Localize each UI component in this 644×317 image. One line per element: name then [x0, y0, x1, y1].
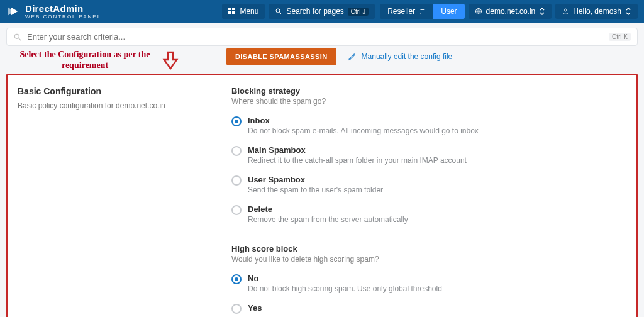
pencil-icon: [348, 52, 357, 61]
radio-icon[interactable]: [231, 274, 242, 284]
search-pages-shortcut: Ctrl J: [348, 8, 369, 16]
user-hello-label: Hello, demosh: [573, 7, 621, 16]
chevron-updown-icon: [625, 8, 631, 15]
highscore-title: High score block: [231, 244, 626, 253]
radio-desc: Remove the spam from the server automati…: [248, 215, 408, 224]
brand-title: DirectAdmin: [25, 4, 101, 13]
menu-label: Menu: [240, 7, 258, 16]
radio-label: Delete: [248, 204, 408, 214]
radio-label: Inbox: [248, 116, 479, 125]
svg-point-8: [14, 34, 19, 38]
highscore-subtitle: Would you like to delete high scoring sp…: [231, 255, 626, 264]
radio-label: Yes: [248, 303, 262, 313]
radio-label: Main Spambox: [248, 145, 467, 155]
search-pages-button[interactable]: Search for pages Ctrl J: [269, 4, 375, 19]
blocking-option[interactable]: User SpamboxSend the spam to the user's …: [231, 171, 626, 201]
chevron-updown-icon: [539, 8, 545, 15]
svg-point-4: [276, 9, 280, 13]
highscore-group: High score block Would you like to delet…: [231, 244, 626, 317]
svg-line-5: [280, 13, 282, 14]
edit-config-link[interactable]: Manually edit the config file: [348, 52, 453, 61]
search-input[interactable]: [27, 32, 631, 42]
radio-label: User Spambox: [248, 175, 383, 184]
search-icon: [275, 8, 282, 15]
edit-config-label: Manually edit the config file: [362, 52, 453, 61]
basic-config-title: Basic Configuration: [18, 86, 211, 96]
topbar: DirectAdmin web control panel Menu Searc…: [0, 0, 644, 23]
blocking-option[interactable]: InboxDo not block spam e-mails. All inco…: [231, 112, 626, 142]
basic-config-subtitle: Basic policy configuration for demo.net.…: [18, 101, 211, 110]
role-reseller-label: Reseller: [387, 7, 415, 16]
brand[interactable]: DirectAdmin web control panel: [6, 4, 101, 19]
search-shortcut: Ctrl K: [609, 33, 631, 41]
radio-desc: Send the spam to the user's spam folder: [248, 186, 383, 194]
search-pages-label: Search for pages: [286, 7, 343, 16]
role-toggle: Reseller User: [380, 4, 464, 19]
radio-desc: Do not block spam e-mails. All incoming …: [248, 126, 479, 135]
svg-point-7: [564, 9, 567, 11]
arrow-down-icon: [162, 51, 179, 70]
radio-desc: Do not block high scoring spam. Use only…: [248, 284, 442, 293]
radio-desc: Redirect it to the catch-all spam folder…: [248, 156, 467, 165]
highscore-option[interactable]: Yes: [231, 299, 626, 317]
swap-icon: [418, 8, 426, 15]
radio-icon[interactable]: [231, 205, 242, 215]
blocking-subtitle: Where should the spam go?: [231, 97, 626, 106]
globe-icon: [475, 8, 482, 15]
svg-rect-0: [228, 8, 231, 10]
radio-icon[interactable]: [231, 175, 242, 186]
svg-rect-1: [232, 8, 235, 10]
brand-subtitle: web control panel: [25, 14, 101, 19]
search-icon: [13, 33, 22, 42]
role-user-button[interactable]: User: [433, 4, 464, 19]
logo-icon: [6, 4, 20, 18]
role-user-label: User: [441, 7, 457, 16]
user-icon: [562, 8, 569, 15]
svg-line-9: [19, 38, 21, 40]
svg-rect-3: [232, 11, 235, 14]
highscore-option[interactable]: NoDo not block high scoring spam. Use on…: [231, 270, 626, 299]
blocking-strategy-group: Blocking strategy Where should the spam …: [231, 86, 626, 230]
blocking-title: Blocking strategy: [231, 86, 626, 96]
radio-icon[interactable]: [231, 146, 242, 156]
domain-selector[interactable]: demo.net.co.in: [469, 4, 552, 19]
disable-spamassassin-button[interactable]: DISABLE SPAMASSASSIN: [226, 48, 336, 65]
grid-icon: [228, 8, 236, 15]
callout-text: Select the Configuration as per the requ…: [19, 50, 151, 71]
config-card: Basic Configuration Basic policy configu…: [6, 74, 638, 317]
blocking-option[interactable]: Main SpamboxRedirect it to the catch-all…: [231, 142, 626, 171]
searchbar[interactable]: Ctrl K: [6, 28, 638, 46]
radio-icon[interactable]: [231, 116, 242, 126]
radio-label: No: [248, 274, 442, 283]
domain-label: demo.net.co.in: [486, 7, 536, 16]
svg-rect-2: [228, 11, 231, 14]
user-menu[interactable]: Hello, demosh: [555, 4, 638, 19]
radio-icon[interactable]: [231, 304, 242, 314]
menu-button[interactable]: Menu: [222, 4, 265, 19]
role-reseller-button[interactable]: Reseller: [380, 4, 433, 19]
blocking-option[interactable]: DeleteRemove the spam from the server au…: [231, 201, 626, 230]
